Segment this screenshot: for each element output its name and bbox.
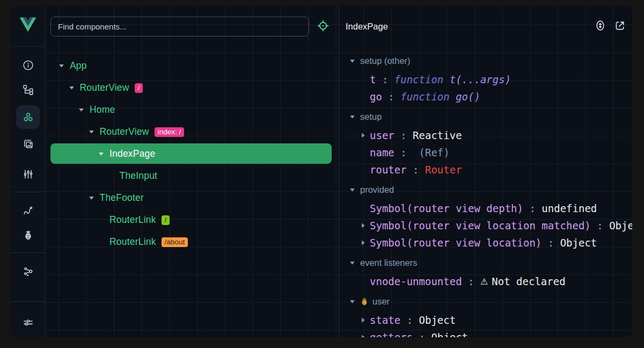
caret-down-icon [349,299,355,305]
property-colon: : [394,129,413,141]
sidebar-item-component-tree[interactable] [16,78,40,102]
property-row[interactable]: Symbol(router view location) : Object [339,234,632,251]
sidebar-divider [11,301,45,302]
property-row: Symbol(router view depth) : undefined [339,200,632,217]
timeline-icon [22,205,34,217]
tree-row[interactable]: TheFooter [46,187,339,209]
sidebar-item-assets[interactable] [16,162,40,186]
caret-right-icon[interactable] [360,335,366,338]
component-name: RouterView [80,82,129,93]
component-name: RouterView [100,126,149,137]
caret-down-icon[interactable] [98,151,104,157]
external-link-icon [614,20,626,33]
toolbar [46,5,339,47]
property-colon: : [400,314,419,326]
tree-row[interactable]: RouterViewindex: / [46,121,339,143]
components-icon [22,111,34,124]
sidebar-divider [11,192,45,192]
logo-cell [11,5,45,47]
property-colon: : [376,74,394,85]
property-value: function [394,74,450,85]
caret-right-icon[interactable] [360,133,366,139]
route-badge: / [162,215,170,225]
section-label: setup (other) [360,56,411,66]
sidebar-item-components[interactable] [16,105,40,129]
tree-row[interactable]: RouterLink/about [46,231,339,253]
locate-component-button[interactable] [316,20,330,33]
section-header[interactable]: setup [339,106,632,127]
caret-right-icon[interactable] [360,317,366,323]
inspector-title: IndexPage [346,21,587,32]
property-colon: : [591,220,609,231]
open-in-editor-button[interactable] [613,20,626,33]
caret-down-icon [349,114,355,120]
property-value: Not declared [492,276,565,287]
component-name: App [70,60,87,71]
caret-down-icon[interactable] [69,85,75,91]
tree-row[interactable]: TheInput [46,165,339,187]
sidebar-item-graph[interactable] [16,259,40,283]
component-name: TheFooter [100,192,144,204]
property-value: (Ref) [413,147,450,158]
property-row[interactable]: state : Object [339,311,632,329]
component-name: TheInput [120,170,158,182]
property-key: router [370,164,407,176]
route-badge: index: / [155,127,185,137]
property-row[interactable]: Symbol(router view location matched) : O… [339,217,632,234]
property-value: Object [419,314,456,326]
property-row[interactable]: user : Reactive [339,127,632,144]
hierarchy-icon [22,84,34,96]
assets-icon [22,168,34,180]
property-row[interactable]: getters : Object [339,329,632,337]
component-name: RouterLink [109,214,156,226]
section-label: provided [360,185,394,195]
inspector-section: setupuser : Reactivename : (Ref)router :… [339,106,632,178]
property-value: Object [609,220,632,231]
graph-icon [22,265,34,278]
sidebar-item-settings[interactable] [16,310,40,334]
crosshair-icon [317,19,330,34]
route-badge: / [135,83,143,93]
search-input[interactable] [50,17,309,37]
caret-down-icon[interactable] [89,195,94,201]
sidebar-item-pages[interactable] [16,132,40,156]
tree-row[interactable]: IndexPage [46,143,339,165]
tree-row[interactable]: RouterView/ [46,77,339,99]
inspector-section: userstate : Objectgetters : Object [339,291,632,337]
scroll-to-component-button[interactable] [594,20,606,33]
inspector-section: setup (other)t : function t(...args)go :… [339,50,632,105]
caret-down-icon[interactable] [58,63,64,69]
property-row: router : Router [339,161,632,178]
caret-down-icon [349,260,355,266]
property-value: undefined [541,202,597,214]
property-row: name : (Ref) [339,144,632,161]
property-value: Router [425,164,462,176]
property-key: Symbol(router view depth) [370,202,523,214]
property-key: state [370,314,400,326]
tree-row[interactable]: App [46,55,339,77]
sidebar [11,5,46,337]
caret-right-icon[interactable] [360,223,366,229]
property-value: Reactive [413,129,462,141]
property-value: function [400,91,456,103]
tree-row[interactable]: Home [46,99,339,121]
property-key: getters [370,331,413,337]
section-header[interactable]: user [339,291,632,311]
sidebar-item-timeline[interactable] [16,199,40,222]
section-header[interactable]: event listeners [339,252,632,273]
caret-down-icon[interactable] [78,107,84,113]
scroll-icon [595,19,606,33]
property-key: user [370,129,394,141]
sidebar-item-info[interactable] [16,53,40,77]
section-header[interactable]: setup (other) [339,50,632,71]
sidebar-divider [11,252,45,253]
sidebar-item-pinia[interactable] [16,223,40,247]
component-name: RouterLink [109,236,156,248]
section-header[interactable]: provided [339,179,632,200]
property-value: ⚠ [480,277,491,287]
caret-right-icon[interactable] [360,240,366,246]
caret-down-icon[interactable] [89,129,94,135]
property-colon: : [541,237,560,249]
tree-row[interactable]: RouterLink/ [46,209,339,231]
inspector-sections: setup (other)t : function t(...args)go :… [339,47,632,337]
